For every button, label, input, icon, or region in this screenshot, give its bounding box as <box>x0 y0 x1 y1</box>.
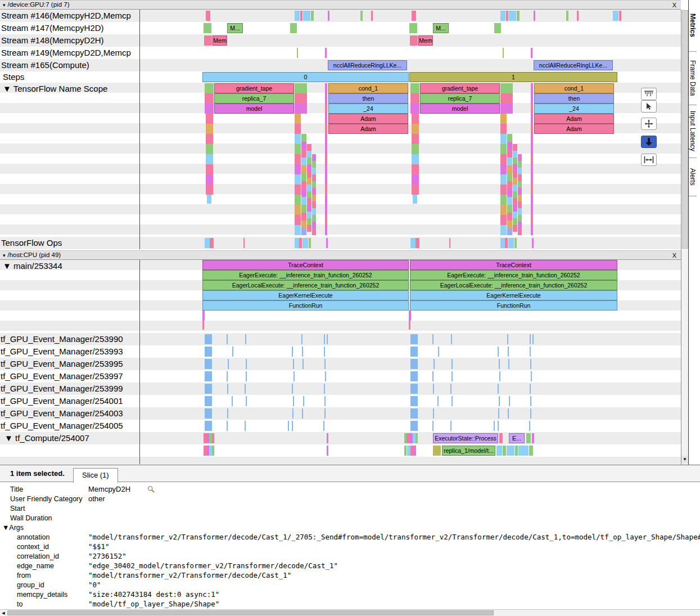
trace-slice[interactable]: 0 <box>202 72 409 82</box>
trace-slice-small[interactable] <box>503 48 504 58</box>
trace-slice-small[interactable] <box>518 222 522 228</box>
track-label-gem-253993[interactable]: tf_GPU_Event_Manager/253993 <box>0 345 138 358</box>
trace-slice-small[interactable] <box>413 195 417 204</box>
trace-slice-small[interactable] <box>410 359 418 369</box>
trace-slice-small[interactable] <box>514 238 517 248</box>
trace-slice-small[interactable] <box>312 195 316 201</box>
trace-slice[interactable]: ncclAllReduceRingLLKe... <box>534 60 613 70</box>
trace-slice-small[interactable] <box>301 213 306 221</box>
trace-slice-small[interactable] <box>529 446 533 456</box>
trace-slice-small[interactable] <box>323 421 324 431</box>
trace-slice-small[interactable] <box>228 359 229 369</box>
trace-slice-small[interactable] <box>500 104 513 114</box>
trace-slice-small[interactable] <box>204 35 212 46</box>
trace-slice-small[interactable] <box>205 371 212 381</box>
trace-slice-small[interactable] <box>293 396 294 406</box>
trace-slice[interactable]: TraceContext <box>202 260 409 270</box>
trace-slice-small[interactable] <box>243 238 245 248</box>
trace-slice-small[interactable] <box>500 205 507 215</box>
trace-slice-small[interactable] <box>202 321 204 330</box>
trace-slice-small[interactable] <box>506 11 508 21</box>
trace-slice-small[interactable] <box>507 213 512 221</box>
trace-slice-small[interactable] <box>301 221 306 228</box>
trace-slice-small[interactable] <box>530 347 531 357</box>
trace-slice-small[interactable] <box>312 168 316 174</box>
trace-slice-small[interactable] <box>507 165 512 173</box>
trace-slice-small[interactable] <box>500 154 507 164</box>
trace-slice-small[interactable] <box>526 433 531 443</box>
trace-slice-small[interactable] <box>205 359 212 369</box>
trace-slice-small[interactable] <box>245 384 246 394</box>
vertical-scrollbar[interactable]: ▼ <box>681 10 688 465</box>
trace-slice-small[interactable] <box>205 104 214 114</box>
trace-slice-small[interactable] <box>301 197 306 205</box>
trace-slice-small[interactable] <box>432 371 433 381</box>
trace-slice[interactable]: ncclAllReduceRingLLKe... <box>328 60 407 70</box>
trace-slice-small[interactable] <box>412 185 419 195</box>
trace-slice-small[interactable] <box>518 208 522 215</box>
trace-slice-small[interactable] <box>531 174 533 185</box>
trace-slice-small[interactable] <box>513 191 517 198</box>
vertical-scrollbar-thumb[interactable] <box>682 10 688 249</box>
trace-slice-small[interactable] <box>245 421 246 431</box>
trace-slice-small[interactable] <box>613 11 618 21</box>
trace-slice-small[interactable] <box>325 48 327 58</box>
trace-slice-small[interactable] <box>500 164 507 174</box>
trace-slice-small[interactable] <box>324 408 326 419</box>
trace-slice-small[interactable] <box>412 11 416 21</box>
trace-slice-small[interactable] <box>202 311 205 321</box>
trace-slice-small[interactable] <box>309 238 311 248</box>
trace-slice-small[interactable] <box>450 384 451 394</box>
trace-slice-small[interactable] <box>531 114 533 124</box>
trace-slice-small[interactable] <box>498 408 499 419</box>
trace-slice-small[interactable] <box>530 334 531 344</box>
trace-slice-small[interactable] <box>432 334 433 344</box>
trace-slice-small[interactable] <box>412 164 419 174</box>
trace-slice[interactable]: Adam <box>534 114 614 124</box>
trace-slice-small[interactable] <box>325 104 327 114</box>
horizontal-scrollbar[interactable]: ◀ <box>0 609 700 616</box>
trace-slice-small[interactable] <box>325 225 327 235</box>
trace-slice-small[interactable] <box>210 238 214 248</box>
trace-slice-small[interactable] <box>500 144 507 154</box>
trace-slice-small[interactable] <box>531 93 533 104</box>
trace-slice-small[interactable] <box>412 124 419 134</box>
trace-slice-small[interactable] <box>232 347 233 357</box>
trace-slice-small[interactable] <box>531 205 533 215</box>
tab-slice[interactable]: Slice (1) <box>73 468 118 483</box>
trace-slice[interactable]: Mem <box>418 35 433 46</box>
trace-slice[interactable]: model <box>420 104 500 114</box>
trace-slice-small[interactable] <box>517 11 520 21</box>
trace-slice-small[interactable] <box>312 201 316 208</box>
trace-slice-small[interactable] <box>410 347 418 357</box>
trace-slice-small[interactable] <box>433 408 434 419</box>
trace-slice-small[interactable] <box>227 421 228 431</box>
trace-slice-small[interactable] <box>508 238 514 248</box>
trace-slice-small[interactable] <box>307 171 311 178</box>
trace-slice-small[interactable] <box>301 165 306 173</box>
trace-slice[interactable]: then <box>534 93 614 104</box>
trace-slice[interactable]: _24 <box>328 104 408 114</box>
trace-slice-small[interactable] <box>301 158 306 165</box>
trace-slice-small[interactable] <box>295 104 307 114</box>
cpu-section-header[interactable]: ▾/host:CPU (pid 49) X <box>0 250 681 260</box>
tab-alerts[interactable]: Alerts <box>689 158 697 196</box>
trace-slice-small[interactable] <box>451 371 453 381</box>
trace-slice-small[interactable] <box>295 93 307 104</box>
trace-slice-small[interactable] <box>507 228 512 235</box>
trace-slice-small[interactable] <box>204 23 211 33</box>
trace-slice-small[interactable] <box>507 181 512 189</box>
trace-slice-small[interactable] <box>290 23 297 33</box>
trace-slice-small[interactable] <box>451 359 453 369</box>
trace-slice-small[interactable] <box>326 238 328 248</box>
trace-slice-small[interactable] <box>295 11 300 21</box>
trace-slice-small[interactable] <box>371 11 373 21</box>
trace-slice-small[interactable] <box>295 134 301 144</box>
trace-slice-small[interactable] <box>205 396 212 406</box>
track-label-gem-253995[interactable]: tf_GPU_Event_Manager/253995 <box>0 358 138 370</box>
trace-slice-small[interactable] <box>513 151 517 158</box>
trace-slice-small[interactable] <box>532 238 534 248</box>
trace-slice-small[interactable] <box>206 124 213 134</box>
trace-slice-small[interactable] <box>288 421 289 431</box>
trace-slice-small[interactable] <box>432 421 433 431</box>
